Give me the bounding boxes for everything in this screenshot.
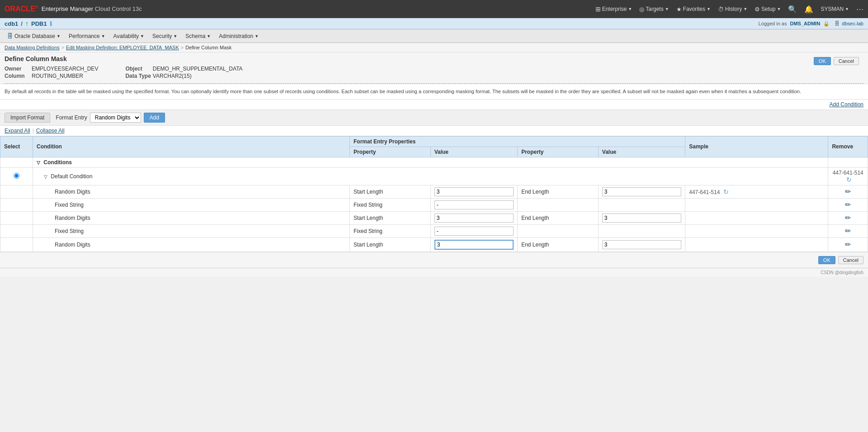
format-entry-select[interactable]: Random Digits Fixed String Random Date S… [90,113,141,123]
row1-value1-input[interactable] [434,187,514,196]
nav-security[interactable]: Security ▼ [149,31,181,41]
top-navigation: ORACLE® Enterprise Manager Cloud Control… [0,0,868,18]
row2-edit-icon[interactable]: ✏ [845,201,851,209]
separator: / [21,20,23,27]
breadcrumb-item-2[interactable]: Edit Masking Definition: EMPLOYEE_DATA_M… [66,45,179,50]
nav-schema[interactable]: Schema ▼ [182,31,214,41]
row5-value1 [430,237,517,252]
ok-button-top[interactable]: OK [814,57,831,65]
nav-oracle-database[interactable]: 🗄 Oracle Database ▼ [4,31,64,41]
user-menu[interactable]: SYSMAN ▼ [821,6,849,12]
nav-availability[interactable]: Availability ▼ [110,31,148,41]
oracle-database-caret: ▼ [57,34,61,38]
add-condition-link[interactable]: Add Condition [830,101,863,108]
logged-in-user: DMS_ADMIN [790,21,820,26]
row1-property1: Start Length [350,185,431,198]
row2-property1: Fixed String [350,198,431,211]
favorites-menu[interactable]: ★ Favorites ▼ [676,6,711,13]
default-condition-remove: 447-641-514 ↻ [828,167,868,185]
collapse-all-link[interactable]: Collapse All [36,128,65,134]
performance-caret: ▼ [101,34,105,38]
cdb-label[interactable]: cdb1 [5,20,18,27]
row1-value1 [430,185,517,198]
more-icon[interactable]: ⋯ [856,5,863,14]
security-caret: ▼ [173,34,177,38]
ok-cancel-top: OK Cancel [814,55,863,65]
pdb-label[interactable]: PDB1 [31,20,47,27]
row2-value1-input[interactable] [434,200,514,209]
history-menu[interactable]: ⏱ History ▼ [718,6,747,13]
ok-button-bottom[interactable]: OK [818,256,835,264]
enterprise-menu[interactable]: ⊞ Enterprise ▼ [595,5,632,13]
row5-sample [685,237,828,252]
db-link[interactable]: dbsec-lab [842,21,863,26]
th-sample: Sample [685,136,828,157]
footer: CSDN @dingdingfish [0,268,868,277]
default-condition-triangle: ▽ [44,174,47,179]
search-icon[interactable]: 🔍 [788,5,797,14]
row5-edit-icon[interactable]: ✏ [845,241,851,248]
row3-value1 [430,211,517,224]
row4-select [0,224,33,237]
cancel-button-top[interactable]: Cancel [834,57,859,65]
toolbar: Import Format Format Entry Random Digits… [0,110,868,126]
row4-value1-input[interactable] [434,227,514,236]
column-label: Column [5,72,32,80]
table-row: Fixed String Fixed String ✏ [0,224,868,237]
logged-in-prefix: Logged in as [758,21,787,26]
row2-sample [685,198,828,211]
data-table-wrapper: Select Condition Format Entry Properties… [0,136,868,252]
row4-edit-icon[interactable]: ✏ [845,227,851,235]
info-icon[interactable]: ℹ [50,20,52,27]
targets-menu[interactable]: ◎ Targets ▼ [639,6,669,13]
favorites-icon: ★ [676,6,682,13]
th-format-entry-properties: Format Entry Properties [350,136,685,147]
breadcrumb: Data Masking Definitions > Edit Masking … [0,43,868,52]
th-value1: Value [430,147,517,157]
availability-caret: ▼ [140,34,144,38]
row5-select [0,237,33,252]
row5-value2-input[interactable] [602,240,681,249]
row3-value2-input[interactable] [602,214,681,223]
setup-label: Setup [761,6,775,12]
refresh-icon[interactable]: ↻ [846,176,852,183]
administration-caret: ▼ [255,34,259,38]
row3-edit-icon[interactable]: ✏ [845,214,851,222]
security-label: Security [152,33,172,39]
row1-edit-icon[interactable]: ✏ [845,188,851,195]
cancel-button-bottom[interactable]: Cancel [838,256,863,264]
row1-value2-input[interactable] [602,187,681,196]
row3-value1-input[interactable] [434,214,514,223]
nav-administration[interactable]: Administration ▼ [215,31,262,41]
oracle-database-label: Oracle Database [14,33,55,39]
default-condition-radio[interactable] [14,173,19,179]
availability-label: Availability [113,33,139,39]
row1-refresh-icon[interactable]: ↻ [723,188,729,195]
breadcrumb-sep-1: > [61,45,64,50]
expand-all-link[interactable]: Expand All [5,128,30,134]
table-row: Random Digits Start Length End Length ✏ [0,211,868,224]
th-property2: Property [518,147,599,157]
default-condition-label: ▽ Default Condition [33,167,828,185]
row4-property2 [518,224,599,237]
setup-menu[interactable]: ⚙ Setup ▼ [755,6,781,13]
em-label: Enterprise Manager Cloud Control 13c [40,5,142,12]
row3-sample [685,211,828,224]
row5-value2 [598,237,685,252]
row2-property2 [518,198,599,211]
row4-sample [685,224,828,237]
favorites-caret: ▼ [707,7,711,11]
row4-property1: Fixed String [350,224,431,237]
footer-text: CSDN @dingdingfish [821,270,863,275]
add-button[interactable]: Add [144,113,165,123]
row5-value1-input[interactable] [434,240,514,250]
notifications-icon[interactable]: 🔔 [804,5,813,14]
schema-caret: ▼ [207,34,211,38]
row2-remove: ✏ [828,198,868,211]
breadcrumb-item-1[interactable]: Data Masking Definitions [5,45,60,50]
row1-select [0,185,33,198]
import-format-tab[interactable]: Import Format [5,113,50,123]
nav-performance[interactable]: Performance ▼ [65,31,109,41]
object-label: Object [107,65,152,72]
row4-value1 [430,224,517,237]
